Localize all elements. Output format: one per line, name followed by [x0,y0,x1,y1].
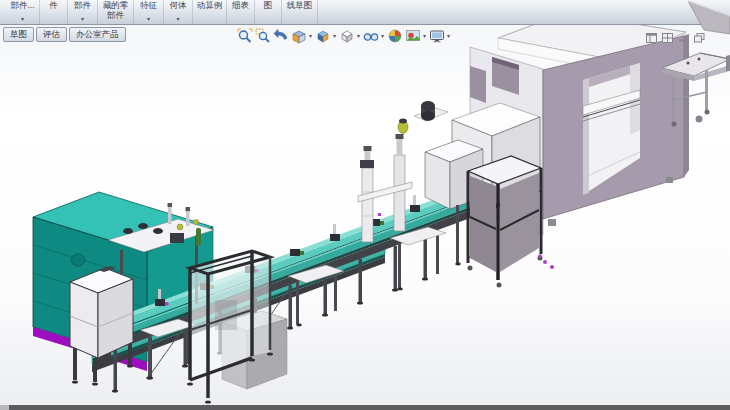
ribbon-button-label: 何体 [170,1,187,11]
heads-up-view-toolbar: ▾ ▾ ▾ ▾ ▾ ▾ [237,28,451,44]
command-manager-tabs: 草图 评估 办公室产品 [3,27,126,42]
dropdown-arrow-icon[interactable]: ▾ [147,16,150,24]
view-settings-icon[interactable] [429,28,445,44]
ribbon-button-explode-line-sketch[interactable]: 线草图 [282,0,318,24]
dropdown-arrow-icon[interactable]: ▾ [447,33,450,39]
zoom-to-fit-icon[interactable] [237,28,253,44]
ribbon-button-label: 部件 [74,1,91,11]
zoom-to-area-icon[interactable] [255,28,271,44]
dropdown-arrow-icon[interactable]: ▾ [333,33,336,39]
dropdown-arrow-icon[interactable]: ▾ [21,16,24,24]
ribbon-button-label: 线草图 [287,1,313,11]
ribbon-button-label: 图 [264,1,273,11]
ribbon-toolbar: 部件... ▾ 件 部件 ▾ 藏的零 部件 特征 ▾ 何体 ▾ 动算例 细表 图… [0,0,730,25]
ribbon-button-label: 部件 [107,11,124,21]
dropdown-arrow-icon[interactable]: ▾ [357,33,360,39]
window-controls [646,29,705,47]
display-style-icon[interactable] [339,28,355,44]
tile-windows-icon[interactable] [662,29,673,47]
restore-icon[interactable] [694,29,705,47]
dropdown-arrow-icon[interactable]: ▾ [423,33,426,39]
dropdown-arrow-icon[interactable]: ▾ [176,16,179,24]
bottom-bar [0,405,730,410]
ribbon-button-component-preview[interactable]: 部件 ▾ [68,0,98,24]
cabinet-porthole [71,254,85,266]
ribbon-button-label: 件 [49,1,58,11]
dropdown-arrow-icon[interactable]: ▾ [381,33,384,39]
ribbon-button-assembly-features[interactable]: 特征 ▾ [134,0,164,24]
dropdown-arrow-icon[interactable]: ▾ [309,33,312,39]
ribbon-button-label: 细表 [232,1,249,11]
cad-application-window: { "app": {"description": "CAD assembly w… [0,0,730,410]
ribbon-button-insert-components[interactable]: 部件... ▾ [6,0,40,24]
previous-view-icon[interactable] [273,28,289,44]
tab-office-products[interactable]: 办公室产品 [69,27,126,42]
ribbon-button-exploded-view[interactable]: 图 [255,0,282,24]
ribbon-button-bill-of-materials[interactable]: 细表 [227,0,255,24]
ribbon-button-show-hidden-components[interactable]: 藏的零 部件 [98,0,134,24]
ribbon-button-label: 部件... [10,1,34,11]
section-view-icon[interactable] [291,28,307,44]
apply-scene-icon[interactable] [405,28,421,44]
ribbon-button-label: 动算例 [197,1,223,11]
ribbon-button-mate[interactable]: 件 [40,0,68,24]
tab-evaluate[interactable]: 评估 [36,27,67,42]
viewport-3d[interactable] [0,0,730,410]
view-orientation-icon[interactable] [315,28,331,44]
ribbon-button-motion-study[interactable]: 动算例 [193,0,227,24]
tab-sketch[interactable]: 草图 [3,27,34,42]
hide-show-items-icon[interactable] [363,28,379,44]
dropdown-arrow-icon[interactable]: ▾ [81,16,84,24]
edit-appearance-icon[interactable] [387,28,403,44]
bottom-bar-cap [0,405,9,410]
window-pane-icon[interactable] [646,29,657,47]
ribbon-button-reference-geometry[interactable]: 何体 ▾ [164,0,193,24]
ribbon-button-label: 特征 [140,1,157,11]
minimize-icon[interactable] [678,29,689,47]
